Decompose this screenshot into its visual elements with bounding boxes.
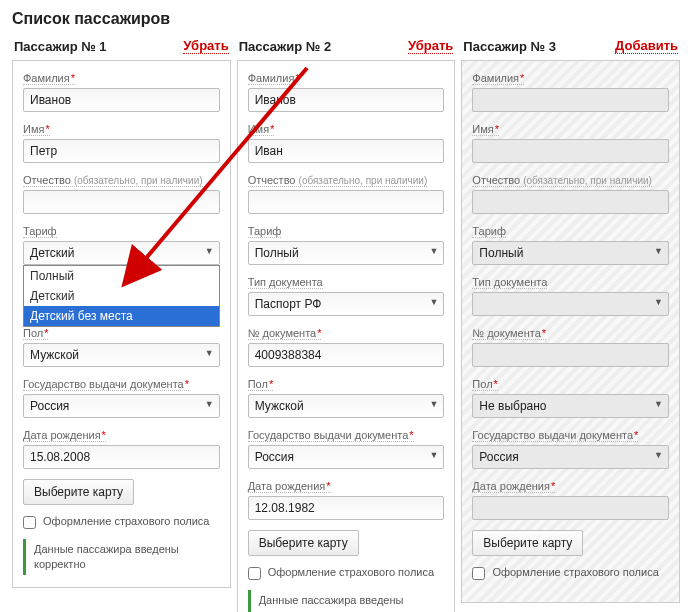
field-label: Пол* — [23, 327, 48, 340]
field-label: Тариф — [472, 225, 506, 238]
issuing-country-select[interactable]: Россия — [472, 445, 669, 469]
passenger-panel: Фамилия*Имя*Отчество (обязательно, при н… — [12, 60, 231, 588]
field-label: Отчество (обязательно, при наличии) — [472, 174, 652, 187]
field-label: Тип документа — [248, 276, 323, 289]
field-label: Фамилия* — [472, 72, 524, 85]
page-title: Список пассажиров — [12, 10, 680, 28]
field-label: Пол* — [248, 378, 273, 391]
passenger-title: Пассажир № 3 — [463, 39, 556, 54]
insurance-checkbox[interactable] — [23, 516, 36, 529]
doc-type-select[interactable]: Паспорт РФ — [248, 292, 445, 316]
name-input[interactable] — [472, 139, 669, 163]
field-label: Дата рождения* — [472, 480, 555, 493]
tariff-option[interactable]: Детский без места — [24, 306, 219, 326]
field-label: Имя* — [23, 123, 50, 136]
surname-input[interactable] — [248, 88, 445, 112]
passenger-title: Пассажир № 1 — [14, 39, 107, 54]
passenger-column: Пассажир № 2УбратьФамилия*Имя*Отчество (… — [237, 34, 456, 612]
passenger-column: Пассажир № 3ДобавитьФамилия*Имя*Отчество… — [461, 34, 680, 612]
field-label: Пол* — [472, 378, 497, 391]
doc-number-input[interactable] — [472, 343, 669, 367]
field-label: Отчество (обязательно, при наличии) — [248, 174, 428, 187]
tariff-select[interactable]: Полный — [472, 241, 669, 265]
patronymic-input[interactable] — [23, 190, 220, 214]
surname-input[interactable] — [23, 88, 220, 112]
field-label: Государство выдачи документа* — [23, 378, 189, 391]
tariff-option[interactable]: Полный — [24, 266, 219, 286]
insurance-label[interactable]: Оформление страхового полиса — [472, 566, 658, 578]
passenger-action-link[interactable]: Убрать — [183, 38, 228, 54]
dob-input[interactable] — [23, 445, 220, 469]
tariff-dropdown-list: ПолныйДетскийДетский без места — [23, 265, 220, 327]
sex-select[interactable]: Не выбрано — [472, 394, 669, 418]
passenger-action-link[interactable]: Добавить — [615, 38, 678, 54]
name-input[interactable] — [23, 139, 220, 163]
field-label: Имя* — [472, 123, 499, 136]
patronymic-input[interactable] — [248, 190, 445, 214]
choose-card-button[interactable]: Выберите карту — [248, 530, 359, 556]
field-label: Государство выдачи документа* — [472, 429, 638, 442]
dob-input[interactable] — [248, 496, 445, 520]
insurance-checkbox[interactable] — [248, 567, 261, 580]
tariff-option[interactable]: Детский — [24, 286, 219, 306]
sex-select[interactable]: Мужской — [23, 343, 220, 367]
field-label: № документа* — [472, 327, 546, 340]
insurance-label[interactable]: Оформление страхового полиса — [248, 566, 434, 578]
passenger-panel: Фамилия*Имя*Отчество (обязательно, при н… — [237, 60, 456, 612]
insurance-checkbox[interactable] — [472, 567, 485, 580]
field-label: Фамилия* — [248, 72, 300, 85]
validation-ok-message: Данные пассажира введеныкорректно — [23, 539, 220, 576]
issuing-country-select[interactable]: Россия — [23, 394, 220, 418]
sex-select[interactable]: Мужской — [248, 394, 445, 418]
choose-card-button[interactable]: Выберите карту — [472, 530, 583, 556]
validation-ok-message: Данные пассажира введеныкорректно — [248, 590, 445, 612]
field-label: Дата рождения* — [248, 480, 331, 493]
field-label: Тип документа — [472, 276, 547, 289]
passenger-panel: Фамилия*Имя*Отчество (обязательно, при н… — [461, 60, 680, 603]
passenger-title: Пассажир № 2 — [239, 39, 332, 54]
passenger-columns: Пассажир № 1УбратьФамилия*Имя*Отчество (… — [12, 34, 680, 612]
field-label: Фамилия* — [23, 72, 75, 85]
field-label: Тариф — [23, 225, 57, 238]
field-label: Отчество (обязательно, при наличии) — [23, 174, 203, 187]
insurance-label[interactable]: Оформление страхового полиса — [23, 515, 209, 527]
field-label: Имя* — [248, 123, 275, 136]
tariff-select[interactable]: Полный — [248, 241, 445, 265]
dob-input[interactable] — [472, 496, 669, 520]
doc-number-input[interactable] — [248, 343, 445, 367]
surname-input[interactable] — [472, 88, 669, 112]
choose-card-button[interactable]: Выберите карту — [23, 479, 134, 505]
tariff-select[interactable]: Детский — [23, 241, 220, 265]
field-label: № документа* — [248, 327, 322, 340]
issuing-country-select[interactable]: Россия — [248, 445, 445, 469]
doc-type-select[interactable] — [472, 292, 669, 316]
name-input[interactable] — [248, 139, 445, 163]
patronymic-input[interactable] — [472, 190, 669, 214]
field-label: Тариф — [248, 225, 282, 238]
field-label: Дата рождения* — [23, 429, 106, 442]
passenger-action-link[interactable]: Убрать — [408, 38, 453, 54]
passenger-column: Пассажир № 1УбратьФамилия*Имя*Отчество (… — [12, 34, 231, 612]
field-label: Государство выдачи документа* — [248, 429, 414, 442]
